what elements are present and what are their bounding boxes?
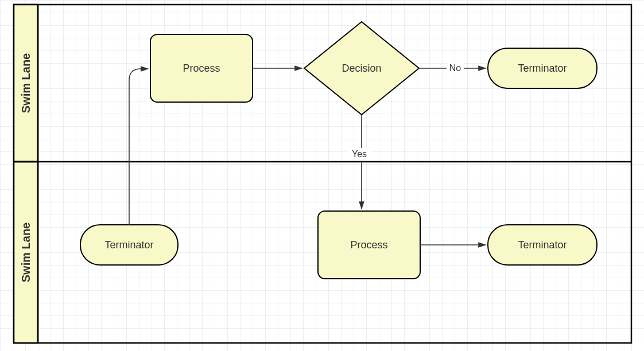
edge-start-to-process1 [129,69,148,225]
process-1-label: Process [183,63,220,74]
terminator-top[interactable]: Terminator [488,48,597,88]
edge-yes-label: Yes [352,149,367,159]
process-2-label: Process [350,239,387,251]
process-1[interactable]: Process [150,34,253,102]
terminator-end-label: Terminator [518,239,567,251]
terminator-top-label: Terminator [518,63,567,74]
lane-label-top: Swim Lane [20,53,32,113]
process-2[interactable]: Process [318,211,420,279]
terminator-start-label: Terminator [104,239,153,251]
edge-no-label: No [449,63,461,73]
lane-label-bottom: Swim Lane [20,223,32,282]
decision[interactable]: Decision [304,22,419,115]
terminator-start[interactable]: Terminator [80,225,178,265]
decision-label: Decision [342,63,381,74]
diagram-canvas: Swim Lane Swim Lane Terminator Process D… [0,0,644,351]
terminator-end[interactable]: Terminator [488,225,597,265]
